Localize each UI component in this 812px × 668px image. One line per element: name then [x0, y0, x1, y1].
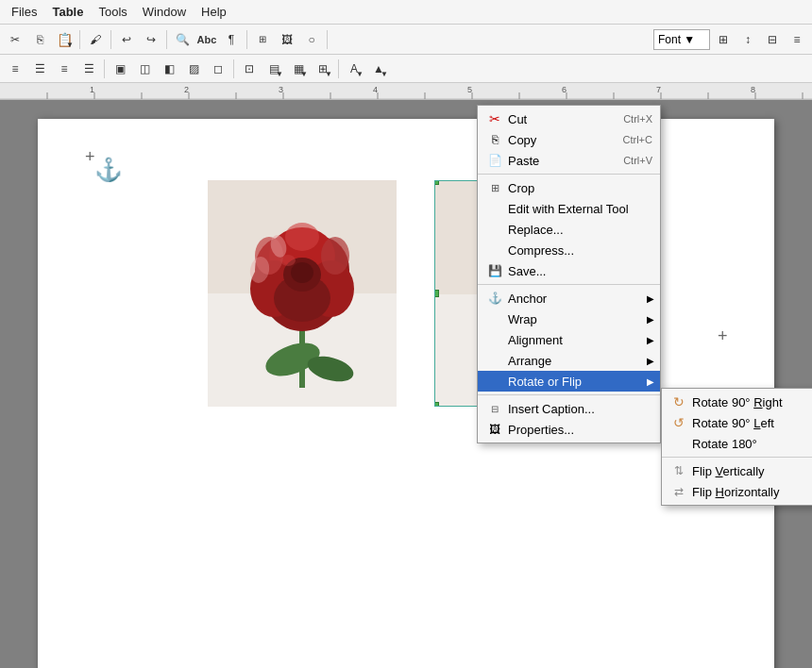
ctx-sep2 — [478, 284, 660, 285]
tb2-b3[interactable]: ◧ — [158, 58, 180, 80]
ctx-properties[interactable]: 🖼 Properties... — [478, 419, 660, 440]
submenu-flip-horiz[interactable]: ⇄ Flip Horizontally — [662, 481, 812, 502]
svg-point-43 — [321, 237, 349, 275]
submenu-rotate-180[interactable]: Rotate 180° — [662, 433, 812, 454]
submenu-rotate-flip: ↻ Rotate 90° Right ↺ Rotate 90° Left Rot… — [661, 388, 812, 506]
ctx-rotate-flip-label: Rotate or Flip — [508, 375, 637, 389]
svg-text:2: 2 — [184, 85, 189, 94]
font-dropdown[interactable]: Font ▼ — [653, 29, 710, 50]
ctx-copy[interactable]: ⎘ Copy Ctrl+C — [478, 129, 660, 150]
crop-icon: ⊞ — [485, 182, 504, 194]
toolbar-table[interactable]: ⊞ — [251, 28, 274, 51]
toolbar-chart[interactable]: ○ — [300, 28, 323, 51]
tb2-b4[interactable]: ▨ — [182, 58, 205, 80]
svg-point-40 — [291, 262, 313, 283]
rose-image-left[interactable] — [208, 180, 397, 407]
cut-icon: ✂ — [485, 111, 504, 126]
ctx-cut[interactable]: ✂ Cut Ctrl+X — [478, 109, 660, 129]
ctx-sep3 — [478, 394, 660, 395]
ctx-edit-external-label: Edit with External Tool — [508, 202, 637, 216]
submenu-rotate-left-label: Rotate 90° Left — [692, 416, 803, 430]
toolbar-paste[interactable]: 📋 ▼ — [53, 28, 76, 51]
ctx-compress-label: Compress... — [508, 243, 637, 258]
tb2-align-just[interactable]: ☰ — [77, 58, 100, 80]
submenu-flip-vert[interactable]: ⇅ Flip Vertically — [662, 460, 812, 481]
properties-icon: 🖼 — [485, 423, 504, 436]
toolbar-format[interactable]: 🖌 — [84, 28, 107, 51]
ctx-properties-label: Properties... — [508, 423, 637, 437]
ctx-arrange[interactable]: Arrange ▶ — [478, 350, 660, 371]
ctx-compress[interactable]: Compress... — [478, 240, 660, 260]
tb2-align-right[interactable]: ≡ — [53, 58, 76, 80]
toolbar-image[interactable]: 🖼 — [276, 28, 298, 51]
rotate-right-icon: ↻ — [669, 394, 688, 409]
svg-text:5: 5 — [467, 85, 472, 94]
arrange-arrow: ▶ — [647, 356, 654, 366]
tb2-align-left[interactable]: ≡ — [4, 58, 26, 80]
ctx-save[interactable]: 💾 Save... — [478, 260, 660, 281]
menu-files[interactable]: Files — [4, 3, 44, 21]
tb2-b5[interactable]: ◻ — [207, 58, 229, 80]
sep5 — [327, 30, 328, 49]
sep7 — [233, 59, 234, 78]
ctx-anchor-label: Anchor — [508, 292, 637, 306]
ctx-anchor[interactable]: ⚓ Anchor ▶ — [478, 288, 660, 309]
tb2-align-center[interactable]: ☰ — [28, 58, 51, 80]
ctx-crop[interactable]: ⊞ Crop — [478, 177, 660, 198]
ctx-alignment-label: Alignment — [508, 333, 637, 347]
menubar: Files Table Tools Window Help — [0, 0, 812, 25]
crosshair-br: + — [718, 326, 728, 346]
toolbar-misc3[interactable]: ⊟ — [761, 28, 784, 51]
ctx-alignment[interactable]: Alignment ▶ — [478, 329, 660, 350]
ctx-insert-caption[interactable]: ⊟ Insert Caption... — [478, 398, 660, 419]
toolbar-cut[interactable]: ✂ — [4, 28, 26, 51]
toolbar-copy[interactable]: ⎘ — [28, 28, 51, 51]
toolbar-misc2[interactable]: ↕ — [736, 28, 759, 51]
ctx-edit-external[interactable]: Edit with External Tool — [478, 198, 660, 219]
ctx-rotate-flip[interactable]: Rotate or Flip ▶ — [478, 371, 660, 392]
toolbar-para[interactable]: ¶ — [220, 28, 243, 51]
toolbar-formatting: ≡ ☰ ≡ ☰ ▣ ◫ ◧ ▨ ◻ ⊡ ▤▼ ▦▼ ⊞▼ A▼ ▲▼ — [0, 55, 812, 83]
toolbar-find[interactable]: 🔍 — [171, 28, 194, 51]
ctx-replace-label: Replace... — [508, 223, 637, 237]
tb2-b8[interactable]: ▦▼ — [287, 58, 310, 80]
toolbar-undo[interactable]: ↩ — [115, 28, 138, 51]
submenu-rotate-left[interactable]: ↺ Rotate 90° Left — [662, 412, 812, 433]
toolbar-misc4[interactable]: ≡ — [786, 28, 808, 51]
menu-help[interactable]: Help — [194, 3, 234, 21]
handle-ml — [434, 290, 439, 297]
ctx-paste-label: Paste — [508, 154, 637, 168]
rotate-flip-arrow: ▶ — [647, 376, 654, 387]
menu-tools[interactable]: Tools — [91, 3, 134, 21]
sep8 — [338, 59, 339, 78]
ctx-wrap[interactable]: Wrap ▶ — [478, 309, 660, 329]
toolbar-redo[interactable]: ↪ — [140, 28, 162, 51]
ctx-arrange-label: Arrange — [508, 354, 637, 368]
tb2-b9[interactable]: ⊞▼ — [312, 58, 334, 80]
toolbar-misc1[interactable]: ⊞ — [712, 28, 735, 51]
ctx-replace[interactable]: Replace... — [478, 219, 660, 240]
menu-table[interactable]: Table — [44, 3, 91, 21]
alignment-arrow: ▶ — [647, 335, 654, 345]
anchor-arrow: ▶ — [647, 293, 654, 304]
submenu-rotate-right[interactable]: ↻ Rotate 90° Right — [662, 392, 812, 412]
handle-tl — [434, 180, 439, 185]
tb2-color1[interactable]: A▼ — [343, 58, 365, 80]
svg-point-44 — [285, 223, 319, 251]
ctx-crop-label: Crop — [508, 181, 637, 195]
context-menu: ✂ Cut Ctrl+X ⎘ Copy Ctrl+C 📄 Paste Ctrl+… — [477, 105, 661, 443]
tb2-b6[interactable]: ⊡ — [238, 58, 261, 80]
ctx-paste[interactable]: 📄 Paste Ctrl+V — [478, 150, 660, 171]
submenu-flip-vert-label: Flip Vertically — [692, 464, 803, 478]
tb2-b2[interactable]: ◫ — [133, 58, 156, 80]
sep1 — [79, 30, 80, 49]
submenu-rotate-180-label: Rotate 180° — [692, 437, 803, 451]
tb2-b7[interactable]: ▤▼ — [262, 58, 285, 80]
tb2-color2[interactable]: ▲▼ — [367, 58, 390, 80]
tb2-b1[interactable]: ▣ — [109, 58, 131, 80]
toolbar-spellcheck[interactable]: Abc — [195, 28, 218, 51]
ctx-save-label: Save... — [508, 264, 637, 278]
ctx-insert-caption-label: Insert Caption... — [508, 402, 637, 416]
menu-window[interactable]: Window — [135, 3, 194, 21]
wrap-arrow: ▶ — [647, 314, 654, 325]
